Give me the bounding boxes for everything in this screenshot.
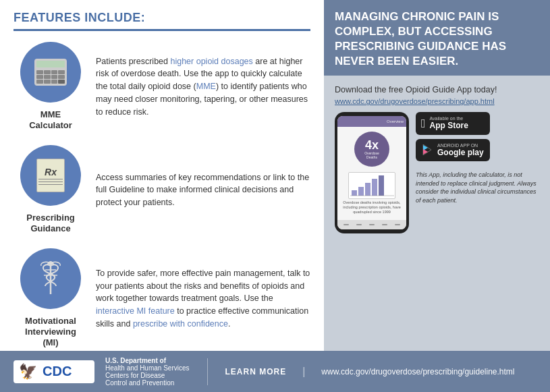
cdc-logo-box: 🦅 CDC: [13, 360, 94, 383]
svg-rect-7: [372, 179, 377, 196]
feature-row-mi: MotivationalInterviewing(MI) To provide …: [13, 248, 310, 350]
apple-icon: : [421, 117, 426, 130]
mme-label: MMECalculator: [29, 109, 72, 130]
overdose-circle: 4x OverdoseDeaths: [354, 132, 389, 167]
bottom-right-content: Overview 4x OverdoseDeaths: [335, 112, 539, 233]
phone-bottom-nav: [337, 220, 406, 229]
hhs-eagle-icon: 🦅: [19, 363, 37, 381]
phone-mockup: Overview 4x OverdoseDeaths: [335, 112, 409, 233]
prescribing-label: PrescribingGuidance: [26, 213, 75, 233]
prescribing-circle: Rx: [20, 145, 81, 206]
mi-label: MotivationalInterviewing(MI): [25, 316, 76, 347]
right-content-area: Download the free Opioid Guide App today…: [335, 85, 539, 341]
mi-text: To provide safer, more effective pain ma…: [88, 266, 310, 331]
cdc-text: CDC: [43, 364, 72, 379]
google-play-available-label: ANDROID APP ON: [437, 143, 484, 148]
feature-row-prescribing: Rx PrescribingGuidance Access summaries …: [13, 145, 310, 236]
phone-footnote: Overdose deaths involving opioids, inclu…: [340, 199, 404, 216]
footer: 🦅 CDC U.S. Department of Health and Huma…: [0, 351, 550, 392]
google-play-text: ANDROID APP ON Google play: [437, 143, 484, 157]
prescribing-icon-area: Rx PrescribingGuidance: [13, 145, 88, 233]
mme-circle: [20, 42, 81, 103]
download-text: Download the free Opioid Guide App today…: [335, 85, 539, 94]
svg-rect-8: [379, 175, 384, 196]
prescribing-text: Access summaries of key recommendations …: [88, 170, 310, 209]
mme-icon-area: MMECalculator: [13, 42, 88, 130]
calculator-icon: [34, 59, 67, 86]
store-and-disclaimer:  Available on the App Store: [416, 112, 539, 233]
disclaimer-text: This App, including the calculator, is n…: [416, 171, 539, 204]
download-url[interactable]: www.cdc.gov/drugoverdose/prescribing/app…: [335, 97, 539, 105]
footer-pipe: |: [302, 366, 305, 378]
feature-row-mme: MMECalculator Patients prescribed higher…: [13, 42, 310, 133]
app-store-text: Available on the App Store: [430, 116, 468, 130]
features-title: FEATURES INCLUDE:: [13, 11, 310, 31]
app-store-available-label: Available on the: [430, 116, 468, 121]
google-play-button[interactable]: ANDROID APP ON Google play: [416, 139, 490, 161]
right-bottom-section: Download the free Opioid Guide App today…: [324, 76, 550, 351]
prescription-icon: Rx: [36, 159, 65, 192]
phone-content: 4x OverdoseDeaths: [337, 127, 406, 220]
mme-text: Patients prescribed higher opioid dosage…: [88, 54, 310, 119]
left-panel: FEATURES INCLUDE: MMECalculator: [0, 0, 324, 351]
hhs-line3: Centers for Disease: [105, 372, 190, 379]
svg-rect-5: [358, 187, 364, 196]
mi-icon-area: MotivationalInterviewing(MI): [13, 248, 88, 347]
app-store-name: App Store: [430, 121, 468, 130]
right-heading: MANAGING CHRONIC PAIN IS COMPLEX, BUT AC…: [335, 9, 539, 69]
svg-rect-4: [352, 190, 357, 196]
app-store-button[interactable]:  Available on the App Store: [416, 112, 490, 134]
hhs-line2: Health and Human Services: [105, 364, 190, 372]
google-play-name: Google play: [437, 148, 484, 157]
svg-rect-6: [365, 183, 370, 196]
learn-more-label: LEARN MORE: [225, 367, 287, 376]
hhs-info: U.S. Department of Health and Human Serv…: [105, 357, 190, 387]
hhs-line4: Control and Prevention: [105, 379, 190, 387]
mi-circle: [20, 248, 81, 309]
right-panel: MANAGING CHRONIC PAIN IS COMPLEX, BUT AC…: [324, 0, 550, 351]
right-top-section: MANAGING CHRONIC PAIN IS COMPLEX, BUT AC…: [324, 0, 550, 76]
caduceus-icon: [36, 260, 65, 297]
overdose-number: 4x: [365, 139, 379, 151]
footer-url: www.cdc.gov/drugoverdose/prescribing/gui…: [321, 367, 514, 376]
overdose-label: OverdoseDeaths: [364, 151, 379, 159]
footer-divider: [207, 358, 208, 385]
google-play-icon: [421, 144, 433, 156]
phone-graph: [348, 172, 395, 199]
phone-top-bar: Overview: [337, 116, 406, 127]
hhs-line1: U.S. Department of: [105, 357, 190, 364]
